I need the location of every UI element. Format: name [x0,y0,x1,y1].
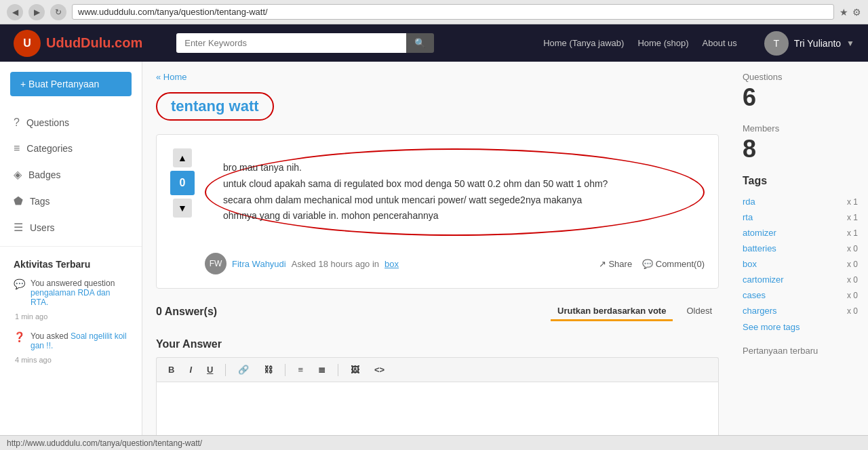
toolbar-divider-3 [338,364,338,376]
answers-count: 0 Answer(s) [156,306,217,318]
vote-section: ▲ 0 ▼ [170,148,195,274]
user-dropdown-icon[interactable]: ▼ [846,39,854,48]
sidebar-item-categories[interactable]: ≡ Categories [0,136,142,161]
tag-row: batteriesx 0 [743,241,858,256]
nav-home-shop[interactable]: Home (shop) [637,38,688,48]
users-icon: ☰ [14,221,23,234]
tag-name[interactable]: rta [743,212,753,222]
toolbar-code[interactable]: <> [370,362,389,377]
breadcrumb-home[interactable]: « Home [156,72,187,82]
sort-tab-oldest[interactable]: Oldest [679,302,719,321]
vote-up-button[interactable]: ▲ [173,148,192,167]
status-bar: http://www.ududdulu.com/tanya/question/t… [0,435,868,450]
toolbar-ul[interactable]: ≡ [293,362,308,377]
see-more-tags-link[interactable]: See more tags [743,322,858,332]
search-input[interactable] [176,33,406,53]
sidebar: + Buat Pertanyaan ? Questions ≡ Categori… [0,62,142,450]
share-button[interactable]: ↗ Share [599,259,632,269]
pertanyaan-terbaru: Pertanyaan terbaru [743,346,858,356]
sidebar-item-tags[interactable]: ⬟ Tags [0,188,142,214]
toolbar-link[interactable]: 🔗 [233,362,254,377]
url-bar[interactable] [72,4,834,20]
sidebar-item-questions[interactable]: ? Questions [0,110,142,136]
content-area: « Home tentang watt ▲ 0 ▼ bro mau tanya … [142,62,732,450]
toolbar-divider-1 [225,364,226,376]
top-navbar: U UdudDulu.com 🔍 Home (Tanya jawab) Home… [0,24,868,62]
sidebar-item-label-tags: Tags [30,196,50,207]
tag-name[interactable]: cartomizer [743,274,784,285]
search-bar: 🔍 [176,33,434,53]
sort-tab-vote[interactable]: Urutkan berdasarkan vote [551,302,673,321]
sidebar-item-users[interactable]: ☰ Users [0,214,142,241]
your-answer-section: Your Answer B I U 🔗 ⛓ ≡ ≣ 🖼 <> [156,338,719,449]
aktivitas-title: Aktivitas Terbaru [0,252,142,273]
browser-bar: ◀ ▶ ↻ ★⚙ [0,0,868,24]
tag-name[interactable]: rda [743,197,755,207]
question-meta-right: ↗ Share 💬 Comment(0) [599,259,705,269]
comment-button[interactable]: 💬 Comment(0) [642,259,705,269]
question-line2: untuk cloud apakah sama di regulated box… [223,178,608,189]
logo-dulu: Dulu [81,35,111,50]
tag-count: x 0 [847,244,858,253]
search-button[interactable]: 🔍 [406,33,434,53]
vote-count: 0 [170,171,195,195]
tag-count: x 1 [847,197,858,207]
sidebar-item-label-questions: Questions [26,117,69,128]
tag-name[interactable]: atomizer [743,228,776,238]
comment-icon: 💬 [642,259,653,269]
question-text-oval: bro mau tanya nih. untuk cloud apakah sa… [205,148,705,236]
tag-row: cartomizerx 0 [743,272,858,287]
tags-icon: ⬟ [14,195,23,207]
tag-count: x 0 [847,306,858,316]
browser-icons: ★⚙ [840,7,861,18]
logo-udud: Udud [46,35,81,50]
toolbar-italic[interactable]: I [184,362,197,377]
tag-name[interactable]: box [743,259,757,269]
tags-section: Tags rdax 1rtax 1atomizerx 1batteriesx 0… [743,175,858,332]
tag-name[interactable]: chargers [743,306,777,316]
question-meta-left: FW Fitra Wahyudi Asked 18 hours ago in b… [205,253,399,274]
main-layout: + Buat Pertanyaan ? Questions ≡ Categori… [0,62,868,450]
toolbar-image[interactable]: 🖼 [346,362,364,377]
badges-icon: ◈ [14,168,22,181]
question-meta: FW Fitra Wahyudi Asked 18 hours ago in b… [205,253,705,274]
pertanyaan-terbaru-label: Pertanyaan terbaru [743,346,858,356]
sidebar-item-label-users: Users [30,222,55,233]
toolbar-ol[interactable]: ≣ [313,362,330,377]
sidebar-item-badges[interactable]: ◈ Badges [0,161,142,188]
sidebar-divider [0,246,142,247]
buat-pertanyaan-button[interactable]: + Buat Pertanyaan [10,72,132,96]
activity-answered-link[interactable]: pengalaman RDA dan RTA. [31,288,110,307]
members-stats: Members 8 [743,123,858,161]
members-count: 8 [743,137,858,161]
refresh-button[interactable]: ↻ [50,4,66,20]
toolbar-underline[interactable]: U [202,362,218,377]
tag-count: x 1 [847,213,858,222]
logo-com: .com [111,35,143,50]
tag-name[interactable]: batteries [743,243,776,253]
question-category-link[interactable]: box [384,259,399,269]
share-icon: ↗ [599,259,606,269]
activity-item-asked: ❓ You asked Soal ngelilit koil gan !!. [0,326,142,356]
nav-about-us[interactable]: About us [703,38,737,48]
forward-button[interactable]: ▶ [28,4,45,20]
tag-name[interactable]: cases [743,290,766,300]
logo-text: UdudDulu.com [46,35,142,51]
logo-area: U UdudDulu.com [14,30,142,57]
tag-row: rdax 1 [743,194,858,209]
categories-icon: ≡ [14,142,20,155]
sidebar-item-label-categories: Categories [26,143,73,154]
right-sidebar: Questions 6 Members 8 Tags rdax 1rtax 1a… [732,62,868,450]
toolbar-unlink[interactable]: ⛓ [259,362,277,377]
question-card: ▲ 0 ▼ bro mau tanya nih. untuk cloud apa… [156,134,719,289]
your-answer-title: Your Answer [156,338,719,350]
share-label: Share [608,259,632,269]
toolbar-bold[interactable]: B [163,362,179,377]
nav-home-tanya[interactable]: Home (Tanya jawab) [543,38,624,48]
back-button[interactable]: ◀ [7,4,23,20]
activity-item-answered: 💬 You answered question pengalaman RDA d… [0,273,142,312]
author-name[interactable]: Fitra Wahyudi [232,259,286,269]
vote-down-button[interactable]: ▼ [173,199,192,218]
questions-count: 6 [743,85,858,110]
activity-asked-icon: ❓ [14,331,25,350]
